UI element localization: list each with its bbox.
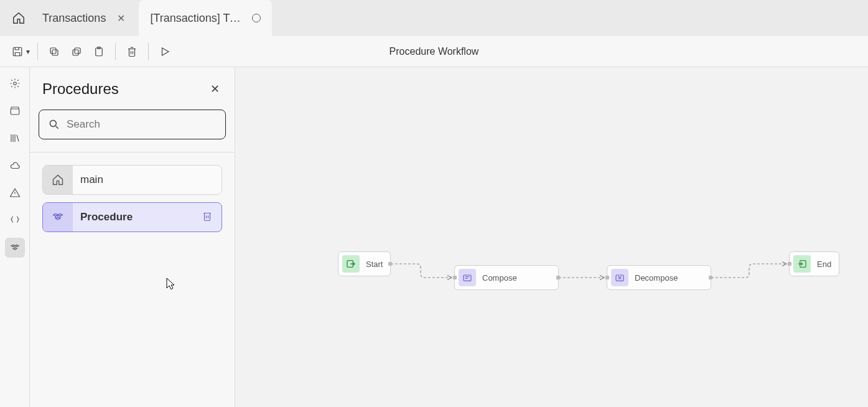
tab-transactions-tr[interactable]: [Transactions] Tr… <box>139 0 272 36</box>
rail-procedures[interactable] <box>5 238 25 258</box>
rail-settings[interactable] <box>5 73 25 93</box>
chevron-down-icon[interactable]: ▾ <box>26 47 30 56</box>
rail-cloud[interactable] <box>5 156 25 175</box>
home-button[interactable] <box>6 6 31 30</box>
svg-rect-11 <box>464 275 471 281</box>
delete-icon[interactable] <box>193 210 222 224</box>
left-rail <box>0 67 30 407</box>
tab-transactions[interactable]: Transactions ✕ <box>31 0 139 36</box>
procedure-item-label: Procedure <box>73 211 193 223</box>
delete-button[interactable] <box>121 40 143 63</box>
cut-button[interactable] <box>65 40 88 63</box>
node-label: Decompose <box>635 273 678 283</box>
page-title: Procedure Workflow <box>390 46 479 57</box>
node-label: Start <box>366 260 383 269</box>
procedures-panel: Procedures ✕ main Procedure <box>30 67 235 407</box>
tab-label: [Transactions] Tr… <box>150 12 243 25</box>
svg-rect-4 <box>73 50 78 55</box>
svg-rect-8 <box>11 109 19 115</box>
workflow-node-start[interactable]: Start <box>338 251 391 276</box>
toolbar: ▾ Procedure Workflow <box>0 36 868 67</box>
close-icon[interactable]: ✕ <box>114 11 128 26</box>
cubes-icon <box>43 203 73 232</box>
panel-title: Procedures <box>42 80 119 98</box>
search-field[interactable] <box>67 118 217 131</box>
svg-point-7 <box>13 82 16 85</box>
svg-rect-2 <box>50 48 56 54</box>
svg-point-9 <box>50 120 56 126</box>
svg-rect-3 <box>75 48 80 54</box>
run-button[interactable] <box>154 40 176 63</box>
start-icon <box>342 255 360 273</box>
close-icon[interactable]: ✕ <box>208 80 222 98</box>
workflow-node-decompose[interactable]: Decompose <box>607 265 711 290</box>
rail-warnings[interactable] <box>5 183 25 203</box>
workflow-node-compose[interactable]: Compose <box>454 265 559 290</box>
unsaved-indicator-icon <box>252 14 261 22</box>
rail-code[interactable] <box>5 210 25 230</box>
search-input[interactable] <box>39 110 226 139</box>
workflow-node-end[interactable]: End <box>789 251 839 276</box>
procedure-item-procedure[interactable]: Procedure <box>42 202 222 232</box>
end-icon <box>793 255 811 273</box>
copy-button[interactable] <box>43 40 65 63</box>
decompose-icon <box>611 269 628 286</box>
home-icon <box>43 166 73 194</box>
rail-package[interactable] <box>5 101 25 121</box>
procedure-item-main[interactable]: main <box>42 165 222 195</box>
workflow-canvas[interactable]: Start Compose Decompose End <box>235 67 868 407</box>
tab-label: Transactions <box>42 12 106 25</box>
node-label: Compose <box>482 273 517 283</box>
svg-rect-1 <box>52 50 58 55</box>
save-button[interactable] <box>6 40 29 63</box>
search-icon <box>48 118 60 131</box>
tab-bar: Transactions ✕ [Transactions] Tr… <box>0 0 868 36</box>
compose-icon <box>459 269 476 286</box>
rail-library[interactable] <box>5 128 25 148</box>
node-label: End <box>817 260 831 269</box>
paste-button[interactable] <box>88 40 110 63</box>
main-area: Procedures ✕ main Procedure <box>0 67 868 407</box>
procedure-item-label: main <box>73 174 222 186</box>
svg-rect-0 <box>13 47 22 56</box>
